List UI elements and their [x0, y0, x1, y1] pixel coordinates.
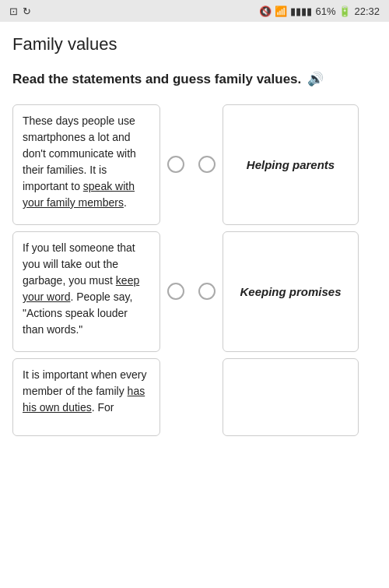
- status-bar: ⊡ ↻ 🔇 📶 ▮▮▮▮ 61% 🔋 22:32: [0, 0, 389, 22]
- square-icon: ⊡: [9, 5, 18, 17]
- signal-bars: ▮▮▮▮: [290, 5, 312, 17]
- value-label-2: Keeping promises: [240, 285, 341, 298]
- radio-left-3[interactable]: [160, 358, 191, 436]
- status-right: 🔇 📶 ▮▮▮▮ 61% 🔋 22:32: [259, 5, 380, 17]
- value-card-2: Keeping promises: [223, 231, 359, 352]
- radio-left-1[interactable]: [160, 104, 191, 225]
- radio-left-2[interactable]: [160, 231, 191, 352]
- silent-icon: 🔇: [259, 5, 272, 17]
- value-label-1: Helping parents: [247, 158, 335, 171]
- statement-card-1: These days people use smartphones a lot …: [12, 104, 160, 225]
- value-card-1: Helping parents: [223, 104, 359, 225]
- radio-circle-right-2[interactable]: [198, 283, 216, 300]
- clock: 22:32: [354, 5, 380, 17]
- radio-right-1[interactable]: [191, 104, 223, 225]
- refresh-icon: ↻: [23, 5, 31, 17]
- audio-button[interactable]: 🔊: [307, 70, 324, 89]
- battery-percent: 61%: [315, 5, 335, 17]
- instruction-text: Read the statements and guess family val…: [12, 70, 377, 89]
- status-left: ⊡ ↻: [9, 5, 31, 17]
- value-card-3: [223, 358, 359, 436]
- wifi-icon: 📶: [275, 5, 287, 17]
- page-container: Family values Read the statements and gu…: [0, 22, 389, 588]
- statement-card-3: It is important when every member of the…: [12, 358, 160, 436]
- radio-circle-left-1[interactable]: [167, 156, 184, 173]
- radio-circle-left-2[interactable]: [167, 283, 184, 300]
- statement-card-2: If you tell someone that you will take o…: [12, 231, 160, 352]
- battery-icon: 🔋: [338, 5, 351, 17]
- matching-grid: These days people use smartphones a lot …: [12, 104, 377, 436]
- radio-right-2[interactable]: [191, 231, 223, 352]
- radio-right-3[interactable]: [191, 358, 223, 436]
- radio-circle-right-1[interactable]: [198, 156, 216, 173]
- page-title: Family values: [12, 34, 377, 55]
- instruction-label: Read the statements and guess family val…: [12, 70, 301, 89]
